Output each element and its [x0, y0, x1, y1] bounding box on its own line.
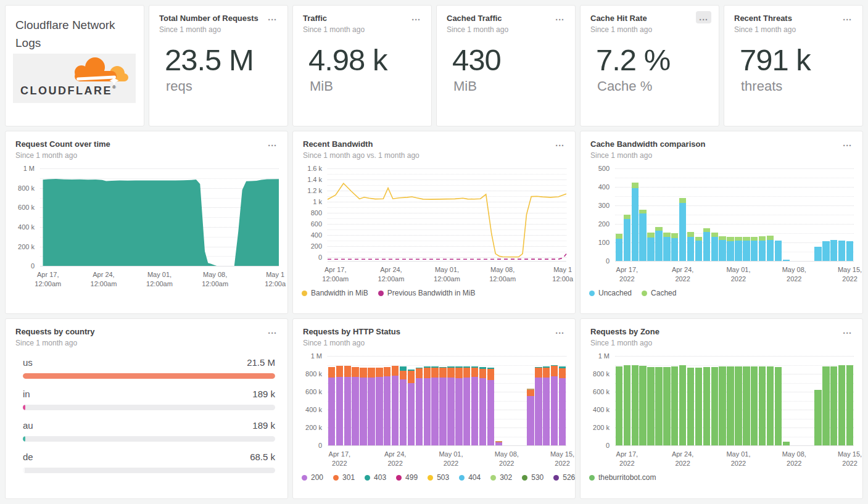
x-axis-label: Apr 17,12:00am	[35, 270, 61, 288]
legend-item[interactable]: 530	[522, 473, 544, 482]
bar-segment	[368, 378, 374, 445]
bar-segment	[616, 239, 622, 261]
panel-requests-by-zone: Requests by Zone Since 1 month ago ... 1…	[580, 318, 863, 499]
panel-menu-icon[interactable]: ...	[552, 137, 568, 149]
legend-label: 404	[468, 473, 481, 482]
panel-menu-icon[interactable]: ...	[265, 324, 280, 337]
chart-bar	[647, 233, 654, 261]
legend-item[interactable]: 200	[302, 473, 323, 482]
bar-segment	[671, 366, 678, 445]
chart-bar	[814, 247, 821, 261]
bar-segment	[775, 241, 782, 262]
legend-label: 530	[531, 473, 544, 482]
bar-segment	[711, 367, 718, 446]
bar-segment	[455, 368, 462, 378]
x-axis-label: May 01,12:00am	[146, 270, 173, 288]
country-label: us	[23, 357, 33, 368]
chart-bar	[487, 368, 494, 446]
bar-segment	[376, 377, 382, 445]
panel-subtitle: Since 1 month ago	[15, 151, 267, 160]
panel-menu-icon[interactable]: ...	[840, 324, 855, 337]
chart-bar	[775, 241, 782, 262]
legend-item[interactable]: Previous Bandwidth in MiB	[378, 289, 476, 297]
bar-segment	[535, 378, 542, 445]
chart-bar	[727, 366, 734, 445]
chart-bar	[376, 368, 382, 445]
panel-menu-icon[interactable]: ...	[840, 11, 855, 23]
bar-segment	[551, 376, 558, 446]
x-axis-label: May 112:00a	[552, 265, 573, 283]
panel-menu-icon[interactable]: ...	[265, 11, 280, 23]
http-status-chart[interactable]: 1 M800 k600 k400 k200 k0	[328, 356, 566, 445]
bar-segment	[639, 366, 646, 445]
chart-bar	[463, 366, 470, 445]
chart-bar	[759, 366, 766, 445]
chart-bar	[616, 366, 622, 445]
legend-item[interactable]: 302	[490, 473, 512, 482]
panel-subtitle: Since 1 month ago	[447, 25, 554, 34]
chart-bar	[830, 366, 837, 445]
panel-menu-icon[interactable]: ...	[552, 11, 568, 23]
chart-bar	[368, 368, 374, 445]
panel-menu-icon[interactable]: ...	[552, 324, 568, 337]
legend-item[interactable]: 526	[553, 473, 575, 482]
x-axis-label: Apr 24,2022	[384, 450, 406, 468]
bar-segment	[663, 233, 670, 237]
legend-item[interactable]: Bandwidth in MiB	[302, 289, 368, 297]
legend-item[interactable]: Uncached	[589, 289, 632, 297]
bar-segment	[471, 368, 478, 378]
bar-segment	[727, 237, 734, 241]
dashboard: Cloudflare Network Logs CLOUDFLARE® Tota…	[0, 0, 868, 504]
chart-bar	[535, 367, 542, 445]
chart-bar	[455, 366, 462, 445]
panel-menu-icon[interactable]: ...	[408, 11, 424, 23]
cache-bandwidth-chart[interactable]: 5004003002001000	[615, 168, 854, 261]
panel-subtitle: Since 1 month ago	[159, 25, 267, 34]
legend-item[interactable]: Cached	[642, 289, 676, 297]
legend-item[interactable]: 301	[333, 473, 355, 482]
legend-item[interactable]: 503	[428, 473, 449, 482]
bar-segment	[487, 369, 494, 381]
y-axis-label: 200	[598, 220, 610, 228]
chart-bar	[663, 233, 670, 261]
x-axis-label: May 01,2022	[726, 450, 750, 468]
bar-segment	[616, 234, 622, 239]
panel-menu-icon[interactable]: ...	[265, 137, 280, 149]
stat-value: 7.2 %	[596, 43, 719, 77]
bar-fill	[23, 405, 25, 410]
chart-bar	[711, 233, 718, 262]
country-value: 189 k	[252, 389, 275, 399]
chart-legend: theburritobot.com	[589, 473, 862, 482]
panel-menu-icon[interactable]: ...	[696, 11, 711, 23]
chart-bar	[360, 368, 366, 445]
x-axis: Apr 17,2022Apr 24,2022May 01,2022May 08,…	[615, 265, 854, 285]
country-value: 189 k	[252, 420, 275, 431]
x-axis-label: May 01,12:00am	[434, 265, 460, 283]
chart-legend: 200301403499503404302530526524	[302, 473, 575, 482]
request-count-chart[interactable]: 1 M800 k600 k400 k200 k0	[40, 168, 279, 266]
legend-label: Uncached	[598, 289, 632, 297]
stat-value: 4.98 k	[308, 43, 431, 77]
legend-label: Previous Bandwidth in MiB	[387, 289, 476, 297]
y-axis-label: 800	[311, 209, 322, 217]
legend-item[interactable]: 404	[459, 473, 481, 482]
bar-track	[23, 436, 275, 442]
legend-item[interactable]: theburritobot.com	[589, 473, 656, 482]
bar-segment	[559, 368, 566, 378]
legend-item[interactable]: 403	[365, 473, 386, 482]
bar-segment	[328, 367, 335, 378]
panel-menu-icon[interactable]: ...	[840, 137, 855, 149]
x-axis-label: May 112:00a	[265, 270, 286, 288]
country-row-in: in189 k	[23, 389, 275, 410]
gridline	[328, 356, 566, 357]
bar-segment	[416, 368, 423, 378]
recent-bandwidth-chart[interactable]: 1.6 k1.4 k1.2 k1 k8006004002000	[328, 168, 566, 261]
legend-item[interactable]: 499	[396, 473, 418, 482]
bar-segment	[703, 232, 710, 261]
panel-subtitle: Since 1 month ago	[590, 339, 841, 347]
panel-title: Cache Bandwidth comparison	[590, 139, 841, 149]
y-axis-label: 500	[598, 165, 610, 172]
zone-chart[interactable]: 1 M800 k600 k400 k200 k0	[615, 356, 854, 445]
panel-title: Recent Bandwidth	[303, 139, 554, 149]
bar-track	[23, 405, 275, 410]
